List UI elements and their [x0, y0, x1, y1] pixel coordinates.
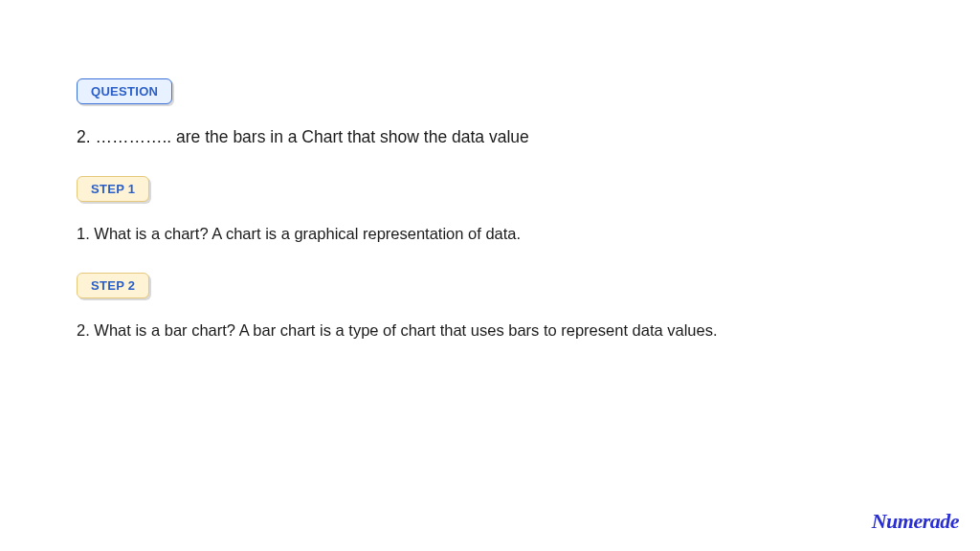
- step-1-text: 1. What is a chart? A chart is a graphic…: [77, 223, 903, 246]
- numerade-logo: Numerade: [872, 509, 959, 534]
- step-2-badge: STEP 2: [77, 273, 149, 298]
- question-text: 2. ………….. are the bars in a Chart that s…: [77, 125, 903, 149]
- step-2-section: STEP 2 2. What is a bar chart? A bar cha…: [77, 273, 903, 342]
- step-1-section: STEP 1 1. What is a chart? A chart is a …: [77, 176, 903, 246]
- question-section: QUESTION 2. ………….. are the bars in a Cha…: [77, 78, 903, 149]
- step-2-text: 2. What is a bar chart? A bar chart is a…: [77, 320, 903, 342]
- question-badge: QUESTION: [77, 78, 172, 104]
- step-1-badge: STEP 1: [77, 176, 149, 202]
